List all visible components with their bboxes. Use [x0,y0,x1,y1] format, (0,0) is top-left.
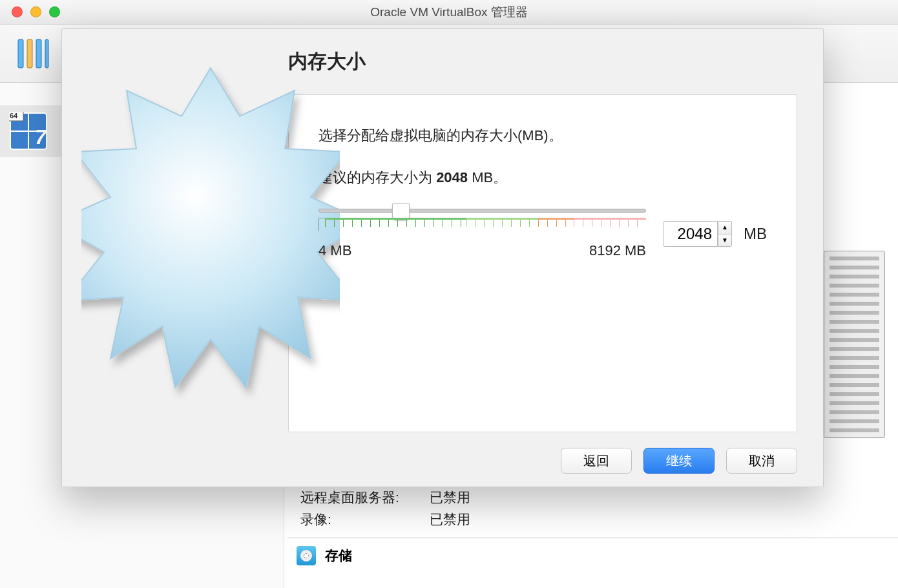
stepper-up-button[interactable]: ▲ [718,222,731,235]
tools-icon[interactable] [13,34,52,73]
display-info: 远程桌面服务器: 已禁用 录像: 已禁用 [300,488,470,532]
svg-text:7: 7 [35,125,48,149]
dialog-content-card: 选择分配给虚拟电脑的内存大小(MB)。 建议的内存大小为 2048 MB。 [288,94,797,432]
dialog-button-row: 返回 继续 取消 [288,448,797,474]
video-capture-label: 录像: [300,510,430,529]
remote-desktop-label: 远程桌面服务器: [300,488,430,507]
recommend-suffix: MB。 [468,169,507,185]
vm-os-icon: 7 64 [9,112,48,151]
storage-header-label: 存储 [325,547,352,565]
close-window-button[interactable] [12,6,23,17]
window-title: Oracle VM VirtualBox 管理器 [0,4,898,21]
svg-text:64: 64 [10,112,18,120]
video-capture-value: 已禁用 [430,510,470,529]
traffic-lights [0,6,60,17]
storage-section-header[interactable]: 存储 [287,538,898,572]
storage-icon [297,546,316,565]
stepper-down-button[interactable]: ▼ [718,235,731,247]
recommend-value: 2048 [436,169,468,185]
svg-rect-3 [45,39,48,68]
minimize-window-button[interactable] [30,6,41,17]
dialog-title: 内存大小 [288,48,797,75]
maximize-window-button[interactable] [49,6,60,17]
slider-ticks [318,218,646,231]
dialog-illustration [62,29,288,487]
remote-desktop-value: 已禁用 [430,488,470,507]
memory-unit: MB [744,225,767,243]
continue-button[interactable]: 继续 [643,448,715,474]
memory-slider[interactable] [318,209,646,213]
starburst-icon [81,23,340,462]
back-button[interactable]: 返回 [561,448,632,474]
memory-input[interactable] [663,221,718,247]
dialog-description: 选择分配给虚拟电脑的内存大小(MB)。 [318,125,767,146]
cancel-button[interactable]: 取消 [726,448,797,474]
svg-rect-2 [36,39,41,68]
dialog-recommendation: 建议的内存大小为 2048 MB。 [318,167,767,188]
titlebar: Oracle VM VirtualBox 管理器 [0,0,898,25]
svg-rect-1 [27,39,32,68]
svg-rect-0 [18,39,23,68]
memory-stepper[interactable]: ▲ ▼ [718,221,732,247]
memory-size-dialog: 内存大小 选择分配给虚拟电脑的内存大小(MB)。 建议的内存大小为 2048 M… [61,28,824,487]
vm-preview-thumbnail [824,251,885,438]
slider-max-label: 8192 MB [589,242,646,259]
slider-min-label: 4 MB [318,242,351,259]
